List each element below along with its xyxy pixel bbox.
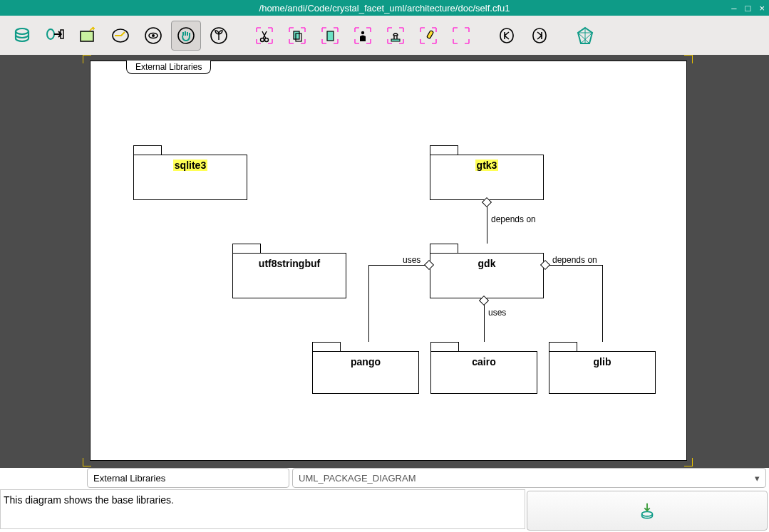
type-select[interactable]: UML_PACKAGE_DIAGRAM ▾ bbox=[292, 468, 766, 488]
cut-button[interactable] bbox=[249, 21, 279, 51]
redo-button[interactable] bbox=[525, 21, 554, 51]
package-pango[interactable]: pango bbox=[312, 342, 419, 394]
package-label: sqlite3 bbox=[173, 160, 207, 171]
type-select-value: UML_PACKAGE_DIAGRAM bbox=[299, 473, 416, 484]
database-button[interactable] bbox=[7, 21, 37, 51]
svg-rect-3 bbox=[81, 31, 93, 41]
svg-rect-14 bbox=[327, 31, 334, 41]
select-area-button[interactable] bbox=[446, 21, 476, 51]
package-label: pango bbox=[351, 356, 381, 367]
view-button[interactable] bbox=[138, 21, 168, 51]
minimize-button[interactable]: – bbox=[731, 3, 736, 14]
hand-tool-button[interactable] bbox=[171, 21, 201, 51]
description-textarea[interactable] bbox=[0, 489, 525, 529]
window-titlebar: /home/andi/Code/crystal_facet_uml/archit… bbox=[0, 0, 769, 16]
package-gdk[interactable]: gdk bbox=[430, 244, 544, 298]
package-label: cairo bbox=[472, 356, 495, 367]
svg-rect-16 bbox=[391, 39, 400, 41]
export-button[interactable] bbox=[40, 21, 70, 51]
svg-rect-12 bbox=[294, 31, 299, 39]
name-input[interactable] bbox=[87, 468, 289, 488]
connector-line[interactable] bbox=[549, 265, 603, 266]
package-label: gtk3 bbox=[475, 160, 499, 171]
paste-button[interactable] bbox=[315, 21, 345, 51]
package-label: glib bbox=[594, 356, 611, 367]
highlight-button[interactable] bbox=[413, 21, 443, 51]
package-label: utf8stringbuf bbox=[259, 258, 320, 269]
svg-rect-19 bbox=[533, 28, 546, 43]
svg-point-0 bbox=[16, 28, 29, 34]
svg-point-15 bbox=[361, 31, 364, 33]
svg-rect-18 bbox=[500, 28, 513, 43]
svg-point-11 bbox=[265, 38, 269, 41]
connector-line[interactable] bbox=[484, 305, 485, 342]
stamp-button[interactable] bbox=[381, 21, 411, 51]
connector-label: depends on bbox=[491, 214, 536, 224]
workspace: External Libraries sqlite3 gtk3 utf8stri… bbox=[0, 55, 769, 468]
main-toolbar bbox=[0, 16, 769, 55]
undo-button[interactable] bbox=[492, 21, 522, 51]
package-label: gdk bbox=[478, 258, 496, 269]
about-button[interactable] bbox=[570, 21, 600, 51]
chevron-down-icon: ▾ bbox=[755, 473, 760, 484]
package-sqlite3[interactable]: sqlite3 bbox=[133, 145, 247, 200]
svg-point-1 bbox=[47, 29, 54, 39]
close-button[interactable]: × bbox=[759, 3, 765, 14]
diagram-title-tab[interactable]: External Libraries bbox=[126, 61, 211, 74]
diagram-canvas[interactable]: External Libraries sqlite3 gtk3 utf8stri… bbox=[90, 61, 687, 461]
package-glib[interactable]: glib bbox=[549, 342, 656, 394]
package-utf8stringbuf[interactable]: utf8stringbuf bbox=[232, 244, 346, 298]
svg-point-7 bbox=[152, 34, 155, 37]
package-gtk3[interactable]: gtk3 bbox=[430, 145, 544, 200]
commit-button[interactable] bbox=[527, 491, 768, 531]
open-button[interactable] bbox=[105, 21, 135, 51]
connector-label: uses bbox=[488, 308, 506, 318]
svg-rect-17 bbox=[427, 30, 434, 38]
copy-button[interactable] bbox=[282, 21, 312, 51]
actor-button[interactable] bbox=[348, 21, 378, 51]
connector-label: uses bbox=[403, 255, 420, 265]
connector-line[interactable] bbox=[487, 207, 487, 244]
connector-line[interactable] bbox=[602, 265, 603, 342]
connector-line[interactable] bbox=[368, 265, 369, 342]
maximize-button[interactable]: □ bbox=[745, 3, 751, 14]
svg-point-20 bbox=[642, 511, 653, 516]
svg-point-10 bbox=[261, 38, 264, 41]
new-window-button[interactable] bbox=[73, 21, 103, 51]
connector-label: depends on bbox=[552, 255, 597, 265]
window-title: /home/andi/Code/crystal_facet_uml/archit… bbox=[259, 3, 510, 14]
sprout-button[interactable] bbox=[204, 21, 234, 51]
connector-line[interactable] bbox=[368, 265, 425, 266]
editor-panel: UML_PACKAGE_DIAGRAM ▾ bbox=[0, 468, 769, 532]
package-cairo[interactable]: cairo bbox=[430, 342, 537, 394]
